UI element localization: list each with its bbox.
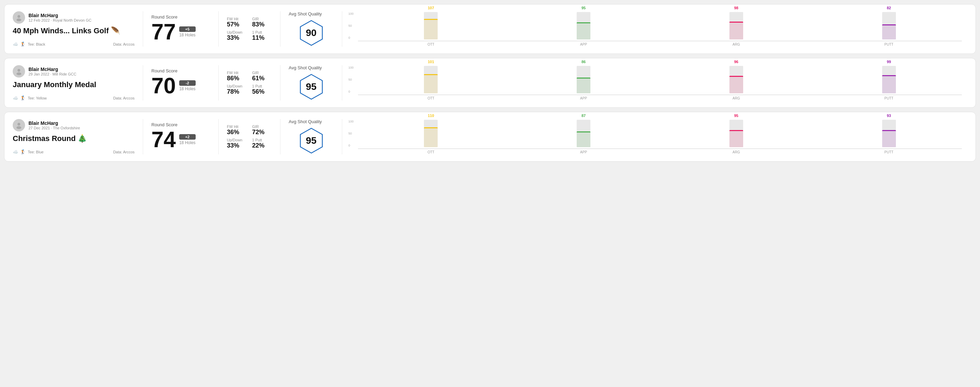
- player-name: Blair McHarg: [29, 67, 76, 72]
- stat-item-0: FW Hit 36%: [227, 125, 247, 136]
- score-row: 70 -2 18 Holes: [151, 75, 210, 97]
- y-axis: 100 50 0: [348, 12, 353, 40]
- bar-value-arg: 96: [734, 60, 738, 64]
- player-date-course: 12 Feb 2022 · Royal North Devon GC: [29, 18, 91, 22]
- stat-name-3: 1 Putt: [252, 138, 272, 142]
- stat-value-0: 36%: [227, 128, 247, 136]
- stat-item-0: FW Hit 57%: [227, 17, 247, 28]
- quality-section: Avg Shot Quality 95: [280, 65, 342, 100]
- bar-value-app: 86: [581, 60, 585, 64]
- stat-item-3: 1 Putt 22%: [252, 138, 272, 149]
- round-card-round1: Blair McHarg 12 Feb 2022 · Royal North D…: [4, 4, 976, 54]
- stats-section: FW Hit 57% GIR 83% Up/Down 33% 1 Pu: [219, 11, 280, 47]
- bar-label-arg: ARG: [663, 150, 810, 154]
- bar-group-arg: 95: [663, 114, 810, 147]
- player-date-course: 27 Dec 2021 · The Oxfordshire: [29, 126, 80, 130]
- svg-point-1: [16, 19, 21, 21]
- bar-value-app: 87: [581, 114, 585, 118]
- bar-label-putt: PUTT: [816, 150, 962, 154]
- holes-label: 18 Holes: [179, 86, 195, 91]
- bar-group-app: 95: [511, 6, 657, 40]
- bar-chart-container: 100 50 0 101 86: [348, 66, 962, 100]
- chart-section: 100 50 0 107 95: [342, 11, 967, 47]
- bar-label-arg: ARG: [663, 43, 810, 46]
- bar-value-ott: 110: [428, 114, 434, 118]
- bar-label-arg: ARG: [663, 97, 810, 100]
- bar-group-arg: 98: [663, 6, 810, 40]
- bar-label-putt: PUTT: [816, 43, 962, 46]
- bar-value-app: 95: [581, 6, 585, 10]
- bar-value-putt: 99: [887, 60, 891, 64]
- quality-label: Avg Shot Quality: [289, 65, 322, 70]
- bar-group-app: 87: [511, 114, 657, 147]
- stat-name-1: GIR: [252, 125, 272, 128]
- bar-label-ott: OTT: [358, 150, 504, 154]
- hexagon-container: 90: [289, 19, 334, 47]
- stat-name-0: FW Hit: [227, 71, 247, 75]
- stat-name-3: 1 Putt: [252, 84, 272, 88]
- score-label: Round Score: [151, 122, 210, 127]
- tee-label: Tee: Black: [28, 42, 45, 46]
- score-label: Round Score: [151, 68, 210, 73]
- svg-point-4: [16, 72, 21, 75]
- player-footer: ☁️ 🏌️ Tee: Black Data: Arccos: [13, 41, 135, 47]
- golf-icon: 🏌️: [20, 95, 26, 100]
- player-header: Blair McHarg 27 Dec 2021 · The Oxfordshi…: [13, 119, 135, 132]
- stat-item-1: GIR 72%: [252, 125, 272, 136]
- score-badge-col: -2 18 Holes: [179, 80, 195, 91]
- score-section: Round Score 74 +2 18 Holes: [143, 119, 219, 154]
- bar-group-putt: 82: [816, 6, 962, 40]
- player-info: Blair McHarg 12 Feb 2022 · Royal North D…: [29, 13, 91, 22]
- player-header: Blair McHarg 12 Feb 2022 · Royal North D…: [13, 11, 135, 24]
- stat-name-3: 1 Putt: [252, 30, 272, 34]
- player-section: Blair McHarg 12 Feb 2022 · Royal North D…: [13, 11, 143, 47]
- round-title: Christmas Round 🎄: [13, 134, 135, 143]
- stat-value-3: 56%: [252, 88, 272, 95]
- stat-value-1: 72%: [252, 128, 272, 136]
- score-section: Round Score 77 +5 18 Holes: [143, 11, 219, 47]
- bar-group-arg: 96: [663, 60, 810, 93]
- stats-section: FW Hit 36% GIR 72% Up/Down 33% 1 Pu: [219, 119, 280, 154]
- chart-section: 100 50 0 101 86: [342, 65, 967, 100]
- hexagon: 90: [298, 19, 325, 47]
- bar-group-app: 86: [511, 60, 657, 93]
- bar-group-ott: 101: [358, 60, 504, 93]
- hexagon-score: 95: [306, 81, 317, 92]
- bar-label-app: APP: [511, 43, 657, 46]
- stats-grid: FW Hit 36% GIR 72% Up/Down 33% 1 Pu: [227, 125, 272, 149]
- weather-icon: ☁️: [13, 149, 18, 154]
- stat-value-0: 57%: [227, 21, 247, 28]
- bar-value-putt: 93: [887, 114, 891, 118]
- stat-value-3: 22%: [252, 142, 272, 149]
- hexagon-score: 95: [306, 135, 317, 146]
- stat-item-2: Up/Down 33%: [227, 138, 247, 149]
- bar-value-arg: 98: [734, 6, 738, 10]
- stat-value-2: 33%: [227, 34, 247, 41]
- bar-chart-container: 100 50 0 107 95: [348, 12, 962, 46]
- data-source: Data: Arccos: [113, 150, 135, 154]
- player-section: Blair McHarg 27 Dec 2021 · The Oxfordshi…: [13, 119, 143, 154]
- player-info: Blair McHarg 27 Dec 2021 · The Oxfordshi…: [29, 121, 80, 130]
- player-date-course: 29 Jan 2022 · Mill Ride GCC: [29, 72, 76, 76]
- stat-item-2: Up/Down 33%: [227, 30, 247, 41]
- score-badge: -2: [179, 80, 195, 86]
- tee-info: ☁️ 🏌️ Tee: Blue: [13, 149, 44, 154]
- round-title: 40 Mph Winds... Links Golf 🪶: [13, 26, 135, 35]
- quality-label: Avg Shot Quality: [289, 119, 322, 124]
- bar-label-putt: PUTT: [816, 97, 962, 100]
- bar-value-putt: 82: [887, 6, 891, 10]
- avatar: [13, 65, 25, 78]
- hexagon-container: 95: [289, 127, 334, 154]
- bar-group-putt: 99: [816, 60, 962, 93]
- stat-name-1: GIR: [252, 17, 272, 21]
- score-row: 74 +2 18 Holes: [151, 128, 210, 151]
- avatar: [13, 119, 25, 132]
- bar-label-app: APP: [511, 150, 657, 154]
- bar-group-putt: 93: [816, 114, 962, 147]
- bar-label-ott: OTT: [358, 97, 504, 100]
- bar-label-app: APP: [511, 97, 657, 100]
- bar-group-ott: 110: [358, 114, 504, 147]
- stat-value-0: 86%: [227, 75, 247, 82]
- y-axis: 100 50 0: [348, 120, 353, 147]
- bar-label-ott: OTT: [358, 43, 504, 46]
